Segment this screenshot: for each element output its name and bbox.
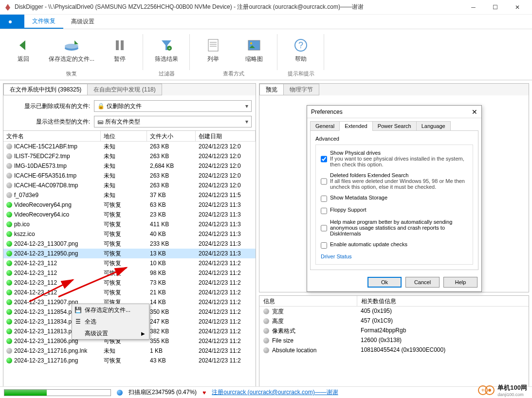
prefs-ok-button[interactable]: Ok [367,277,402,288]
ctx-save-selected[interactable]: 💾 保存选定的文件... [72,304,149,316]
status-dot-icon [6,182,12,188]
prefs-tab-extended[interactable]: Extended [339,121,372,131]
status-dot-icon [6,309,12,315]
tab-physical-bytes[interactable]: 物理字节 [283,84,319,95]
svg-text:?: ? [298,40,303,50]
status-dot-icon [6,270,12,276]
status-dot-icon [6,153,12,159]
status-dot-icon [6,163,12,169]
status-dot-icon [117,390,123,396]
svg-text:+: + [481,387,485,394]
thumbnail-view-button[interactable]: 缩略图 [235,31,274,69]
minimize-button[interactable]: ─ [462,0,484,14]
svg-point-1 [9,20,12,23]
prefs-tab-language[interactable]: Language [416,121,451,131]
table-row[interactable]: ILIST-75EDC2F2.tmp未知263 KB2024/12/23 12:… [3,151,256,161]
table-row[interactable]: 2024-12-23_112716.png可恢复43 KB2024/12/23 … [3,356,256,365]
tab-file-recovery[interactable]: 文件恢复 [24,15,63,29]
table-row[interactable]: pb.ico可恢复411 KB2024/12/23 11:3 [3,219,256,229]
back-button[interactable]: 返回 [4,31,43,69]
file-menu-icon[interactable] [0,15,24,29]
prefs-close-button[interactable]: ✕ [472,108,477,116]
chk-floppy-support[interactable] [321,208,327,214]
register-link[interactable]: 注册ourcrack (ourcrack@ourcrack.com)——谢谢 [212,388,338,397]
table-row[interactable]: 2024-12-23_113007.png可恢复233 KB2024/12/23… [3,239,256,249]
file-table-body[interactable]: ICACHE-15C21ABF.tmp未知263 KB2024/12/23 12… [3,142,256,387]
chk-send-usage-stats[interactable] [321,220,327,236]
svg-point-13 [250,42,252,44]
table-row[interactable]: 2024-12-23_112可恢复21 KB2024/12/23 11:2 [3,288,256,297]
status-dot-icon [6,202,12,208]
watermark-logo-icon: + [478,384,495,396]
status-dot-icon [6,338,12,344]
funnel-icon: + [159,37,174,53]
status-dot-icon [6,280,12,286]
chk-auto-update[interactable] [321,242,327,249]
chk-deleted-folders-search[interactable] [321,173,327,190]
info-dot-icon [263,338,269,344]
table-row[interactable]: ICACHE-4AC097D8.tmp未知263 KB2024/12/23 12… [3,181,256,190]
chk-show-metadata-storage[interactable] [321,196,327,202]
close-button[interactable]: ✕ [506,0,528,14]
col-filename[interactable]: 文件名 [3,131,101,141]
list-view-button[interactable]: 列举 [194,31,233,69]
svg-point-18 [488,389,491,392]
filter-types-select[interactable]: 🖴 所有文件类型 [94,116,252,127]
ctx-advanced-settings[interactable]: 高级设置 ▶ [72,327,149,339]
ribbon-group-recovery: 恢复 [4,69,139,78]
filter-deleted-label: 显示已删除或现有的文件: [7,102,90,110]
info-col-name: 信息 [259,296,357,306]
table-row[interactable]: VideoRecovery64.ico可恢复23 KB2024/12/23 11… [3,210,256,219]
driver-status-link[interactable]: Driver Status [321,253,468,259]
save-selected-button[interactable]: 保存选定的文件... [45,31,98,69]
thumbnail-icon [246,37,262,53]
tab-found-in-filesystem[interactable]: 在文件系统中找到 (398325) [3,84,88,95]
table-row[interactable]: 2024-12-23_112可恢复10 KB2024/12/23 11:2 [3,258,256,268]
col-size[interactable]: 文件大小 [147,131,196,141]
status-bar: 扫描扇区2347595 (0.47%) ♥ 注册ourcrack (ourcra… [0,386,532,398]
app-icon [4,3,12,11]
col-status[interactable]: 地位 [101,131,147,141]
info-dot-icon [263,318,269,324]
table-row[interactable]: 2024-12-23_112716.png.lnk未知1 KB2024/12/2… [3,346,256,356]
help-icon: ? [293,37,309,53]
status-dot-icon [6,212,12,217]
table-row[interactable]: 2024-12-23_112可恢复98 KB2024/12/23 11:2 [3,268,256,278]
svg-rect-4 [116,40,119,50]
table-row[interactable]: VideoRecovery64.png可恢复63 KB2024/12/23 11… [3,200,256,210]
pause-button[interactable]: 暂停 [100,31,139,69]
save-disk-icon [64,37,79,53]
status-dot-icon [6,260,12,266]
ribbon-group-filter: 过滤器 [147,69,186,78]
prefs-tab-powersearch[interactable]: Power Search [372,121,417,131]
prefs-help-button[interactable]: Help [443,277,477,288]
maximize-button[interactable]: ☐ [484,0,506,14]
table-row[interactable]: kszz.ico可恢复40 KB2024/12/23 11:3 [3,229,256,239]
chk-show-physical-drives[interactable] [321,151,327,167]
info-row: Absolute location108180455424 (0x19300EC… [259,345,529,355]
info-col-value: 相关数值信息 [357,296,529,306]
info-panel: 信息 相关数值信息 宽度405 (0x195)高度457 (0x1C9)像素格式… [259,295,529,388]
table-row[interactable]: 2024-12-23_112可恢复73 KB2024/12/23 11:2 [3,278,256,288]
table-row[interactable]: ICACHE-15C21ABF.tmp未知263 KB2024/12/23 12… [3,142,256,151]
tab-preview[interactable]: 预览 [259,84,284,95]
status-dot-icon [6,241,12,247]
filter-results-button[interactable]: + 筛选结果 [147,31,186,69]
col-date[interactable]: 创建日期 [196,131,256,141]
status-dot-icon [6,231,12,237]
tab-found-in-freespace[interactable]: 在自由空间中发现 (118) [87,84,162,95]
tab-advanced-settings[interactable]: 高级设置 [63,15,102,29]
table-row[interactable]: f_07d3e9未知37 KB2024/12/23 11:5 [3,190,256,200]
help-button[interactable]: ? 帮助 [281,31,320,69]
table-row[interactable]: ICACHE-6F5A3516.tmp未知263 KB2024/12/23 12… [3,171,256,181]
prefs-section-advanced: Advanced [315,136,473,142]
prefs-cancel-button[interactable]: Cancel [405,277,440,288]
table-row[interactable]: 2024-12-23_112950.png可恢复13 KB2024/12/23 … [3,249,256,258]
list-icon [205,37,221,53]
info-row: 像素格式Format24bppRgb [259,326,529,336]
filter-deleted-select[interactable]: 🔒 仅删除的文件 [94,100,252,112]
info-dot-icon [263,308,269,314]
prefs-tab-general[interactable]: General [310,121,340,131]
ctx-select-all[interactable]: ☰ 全选 [72,316,149,327]
table-row[interactable]: IMG-10DAE573.tmp未知2,684 KB2024/12/23 12:… [3,161,256,171]
